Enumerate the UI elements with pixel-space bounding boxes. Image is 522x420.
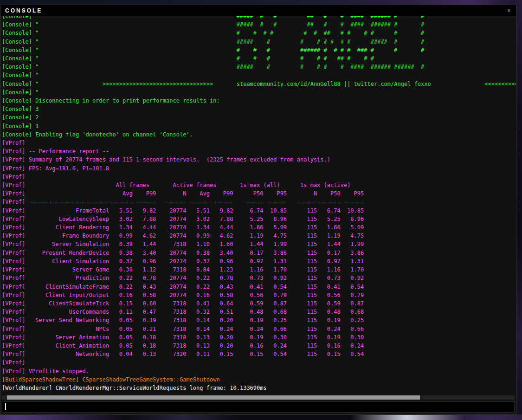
console-line: [VProf] UserCommands 0.11 0.47 7318 0.32… bbox=[2, 308, 516, 316]
console-line: [VProf] bbox=[2, 173, 516, 181]
console-line: [Console] " ##### # # ## # # #### ######… bbox=[2, 16, 516, 20]
console-line: [VProf] Server Animation 0.05 0.18 7318 … bbox=[2, 333, 516, 342]
console-line: [VProf] FrameTotal 5.51 9.82 20774 5.51 … bbox=[2, 207, 516, 215]
console-window: CONSOLE x [Console] " ##### # # ## # # #… bbox=[0, 5, 516, 415]
console-line: [VProf] -- Performance report -- bbox=[2, 147, 516, 155]
console-input[interactable] bbox=[2, 401, 515, 413]
game-background-right bbox=[516, 0, 522, 420]
console-line: [VProf] Client Rendering 1.34 4.44 20774… bbox=[2, 223, 516, 232]
console-line: [WorldRenderer] CWorldRendererMgr::Servi… bbox=[2, 384, 516, 392]
console-line: [Console] 3 bbox=[2, 105, 516, 113]
console-line: [VProf] Frame Boundary 0.99 4.62 20774 0… bbox=[2, 232, 516, 240]
console-line: [Console] " >>>>>>>>>>>>>>>>>>>>>>>>>>>>… bbox=[2, 80, 516, 88]
console-line: [VProf] bbox=[2, 139, 516, 147]
console-line: [VProf] NPCs 0.05 0.21 7318 0.14 0.24 0.… bbox=[2, 325, 516, 333]
game-background-bottom bbox=[0, 414, 522, 420]
console-line: [VProf] Networking 0.04 0.13 7320 0.11 0… bbox=[2, 350, 516, 358]
console-line: [VProf] Client_Animation 0.05 0.18 7318 … bbox=[2, 342, 516, 350]
console-line: [Console] 1 bbox=[2, 122, 516, 130]
game-screen: CONSOLE x [Console] " ##### # # ## # # #… bbox=[0, 0, 522, 420]
console-line: [VProf] Present_RenderDevice 0.38 3.40 2… bbox=[2, 249, 516, 257]
console-line: [VProf] Prediction 0.22 0.78 20774 0.22 … bbox=[2, 274, 516, 282]
console-line: [VProf] All frames Active frames 1s max … bbox=[2, 181, 516, 189]
console-line: [Console] " bbox=[2, 88, 516, 97]
window-title: CONSOLE bbox=[5, 7, 42, 14]
console-line: [VProf] FPS: Avg=181.6, P1=101.8 bbox=[2, 164, 516, 173]
console-line: [Console] Disconnecting in order to prin… bbox=[2, 97, 516, 105]
console-line: [Console] " # # # # # # ## # # # # # # bbox=[2, 29, 516, 37]
console-line: [Console] " ##### # # ## # # #### ######… bbox=[2, 20, 516, 29]
console-line: [Console] Enabling flag 'donotecho' on c… bbox=[2, 130, 516, 139]
console-line: [VProf] Avg P99 N Avg P99 P50 P95 N P50 … bbox=[2, 189, 516, 198]
console-line: [VProf] ------------------------ ------ … bbox=[2, 198, 516, 206]
console-line: [Console] " # # # # # # ## # # # bbox=[2, 54, 516, 63]
console-line: [VProf] LowLatencySleep 3.02 7.88 20774 … bbox=[2, 215, 516, 223]
console-line: [VProf] Server Simulation 0.39 1.44 7318… bbox=[2, 240, 516, 248]
console-line: [Console] " ##### # # # # # # # ##### # … bbox=[2, 38, 516, 46]
console-line: [VProf] ClientSimulateFrame 0.22 0.43 20… bbox=[2, 283, 516, 291]
console-line: [VProf] bbox=[2, 358, 516, 367]
console-line: [VProf] Server Game 0.30 1.12 7318 0.84 … bbox=[2, 265, 516, 274]
console-line: [VProf] ClientSimulateTick 0.15 0.60 731… bbox=[2, 299, 516, 308]
console-line: [VProf] Server Send Networking 0.05 0.19… bbox=[2, 316, 516, 324]
console-line: [VProf] Summary of 20774 frames and 115 … bbox=[2, 155, 516, 164]
console-titlebar[interactable]: CONSOLE x bbox=[0, 5, 516, 16]
console-output[interactable]: [Console] " ##### # # ## # # #### ######… bbox=[0, 16, 516, 394]
scrollbar-thumb[interactable] bbox=[7, 395, 420, 400]
console-line: [VProf] Client Input/Output 0.16 0.58 20… bbox=[2, 291, 516, 299]
console-line: [Console] " bbox=[2, 71, 516, 79]
close-icon[interactable]: x bbox=[506, 7, 511, 13]
console-line: [BuildSparseShadowTree] CSparseShadowTre… bbox=[2, 375, 516, 384]
horizontal-scrollbar[interactable] bbox=[2, 395, 515, 400]
console-line: [VProf] Client Simulation 0.37 0.96 2077… bbox=[2, 257, 516, 265]
input-caret bbox=[5, 403, 6, 410]
console-line: [VProf] VProfLite stopped. bbox=[2, 367, 516, 375]
console-line: [Console] " # # # ###### # # # # ### # #… bbox=[2, 46, 516, 54]
console-line: [Console] " ##### # # # # # #### ###### … bbox=[2, 63, 516, 71]
console-line: [Console] 2 bbox=[2, 113, 516, 122]
